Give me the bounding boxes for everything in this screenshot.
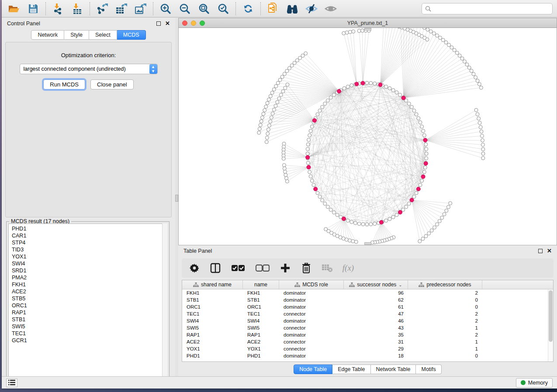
table-cell[interactable]: 2	[408, 290, 482, 296]
network-node[interactable]	[267, 124, 271, 127]
network-node[interactable]	[424, 234, 428, 238]
network-node[interactable]	[470, 69, 473, 72]
table-cell[interactable]: SWI4	[182, 318, 243, 323]
mcds-list-scrollbar[interactable]	[162, 224, 167, 382]
table-cell[interactable]: 1	[408, 339, 482, 344]
network-node[interactable]	[281, 89, 285, 93]
close-panel-icon[interactable]: ✕	[165, 21, 170, 26]
network-node[interactable]	[352, 30, 355, 33]
table-cell[interactable]: ACE2	[182, 339, 243, 344]
network-node[interactable]	[481, 138, 484, 142]
network-node[interactable]	[316, 113, 319, 116]
import-table-icon[interactable]	[71, 3, 83, 15]
mcds-result-item[interactable]: SWI5	[12, 323, 167, 330]
zoom-out-icon[interactable]	[179, 3, 191, 15]
network-node[interactable]	[420, 125, 424, 128]
network-node[interactable]	[321, 199, 324, 202]
network-node[interactable]	[274, 104, 277, 108]
table-row[interactable]: YOX1YOX1connector291	[182, 345, 553, 352]
network-node[interactable]	[332, 211, 336, 214]
network-node[interactable]	[306, 152, 309, 155]
network-node[interactable]	[440, 216, 444, 220]
network-node[interactable]	[290, 64, 294, 67]
network-node[interactable]	[391, 215, 395, 219]
network-node[interactable]	[435, 34, 439, 37]
network-node[interactable]	[282, 157, 285, 160]
table-cell[interactable]: STB1	[182, 297, 243, 303]
table-row[interactable]: ACE2ACE2connector311	[182, 338, 553, 345]
table-cell[interactable]: dominator	[279, 332, 344, 337]
network-node[interactable]	[412, 109, 416, 112]
vertical-splitter[interactable]	[175, 18, 178, 376]
network-node[interactable]	[361, 223, 365, 226]
network-node[interactable]	[326, 205, 329, 209]
table-cell[interactable]: ORC1	[243, 304, 279, 309]
network-node[interactable]	[430, 229, 433, 232]
network-node[interactable]	[357, 222, 361, 226]
network-node[interactable]	[444, 41, 448, 44]
close-table-panel-icon[interactable]: ✕	[547, 249, 552, 253]
network-node[interactable]	[472, 72, 475, 76]
network-node[interactable]	[388, 217, 391, 221]
hide-eye-icon[interactable]	[305, 3, 318, 15]
table-row[interactable]: STB1STB1dominator620	[182, 296, 553, 303]
criterion-dropdown[interactable]: largest connected component (undirected)…	[20, 64, 158, 74]
table-cell[interactable]: TEC1	[182, 311, 243, 316]
network-node[interactable]	[438, 36, 442, 39]
network-graph[interactable]	[179, 28, 557, 245]
table-cell[interactable]: RAP1	[182, 332, 243, 337]
float-table-panel-icon[interactable]	[538, 249, 543, 253]
network-node[interactable]	[447, 43, 451, 47]
column-header-successor-nodes[interactable]: successor nodes ⌄	[344, 280, 408, 289]
delete-column-trash-icon[interactable]	[301, 262, 312, 274]
network-node[interactable]	[285, 69, 289, 73]
network-node[interactable]	[350, 84, 353, 87]
network-node[interactable]	[415, 113, 418, 116]
network-node[interactable]	[467, 66, 471, 69]
network-node[interactable]	[429, 30, 432, 33]
network-node[interactable]	[388, 86, 391, 90]
column-header-mcds-role[interactable]: MCDS role	[279, 280, 344, 289]
tab-edge-table[interactable]: Edge Table	[332, 364, 370, 374]
network-node[interactable]	[262, 112, 265, 116]
table-cell[interactable]: dominator	[279, 290, 344, 296]
network-node[interactable]	[410, 105, 413, 109]
mcds-result-item[interactable]: GCR1	[12, 337, 167, 344]
network-node[interactable]	[308, 134, 311, 137]
network-node[interactable]	[425, 147, 428, 151]
network-node[interactable]	[465, 63, 469, 66]
table-cell[interactable]: YOX1	[243, 346, 279, 351]
table-cell[interactable]: connector	[279, 325, 344, 330]
mcds-hub-node[interactable]	[361, 81, 365, 85]
network-node[interactable]	[284, 86, 287, 89]
network-node[interactable]	[280, 75, 284, 79]
network-node[interactable]	[425, 152, 428, 155]
mcds-result-item[interactable]: SRD1	[12, 267, 167, 274]
table-cell[interactable]: PHD1	[243, 353, 279, 358]
table-cell[interactable]: 18	[344, 353, 408, 358]
network-node[interactable]	[267, 98, 270, 101]
table-cell[interactable]: PHD1	[182, 353, 243, 358]
table-row[interactable]: SWI5SWI5connector431	[182, 324, 553, 331]
network-node[interactable]	[265, 136, 269, 140]
table-cell[interactable]: FKH1	[243, 290, 279, 296]
network-node[interactable]	[480, 130, 483, 133]
network-node[interactable]	[266, 101, 269, 105]
select-all-rows-icon[interactable]	[231, 262, 246, 274]
network-node[interactable]	[286, 83, 289, 86]
network-node[interactable]	[373, 222, 377, 226]
mcds-result-item[interactable]: CAR1	[12, 232, 167, 239]
network-node[interactable]	[323, 202, 327, 206]
network-node[interactable]	[258, 127, 261, 131]
network-node[interactable]	[345, 31, 349, 34]
tab-network-table[interactable]: Network Table	[371, 364, 416, 374]
network-node[interactable]	[276, 81, 280, 85]
mcds-result-item[interactable]: YOX1	[12, 253, 167, 260]
table-cell[interactable]: 2	[408, 318, 482, 323]
network-node[interactable]	[438, 219, 441, 223]
column-header-predecessor-nodes[interactable]: predecessor nodes	[408, 280, 482, 289]
network-node[interactable]	[481, 156, 485, 160]
network-node[interactable]	[348, 239, 352, 242]
refresh-icon[interactable]	[242, 3, 254, 15]
network-node[interactable]	[395, 91, 398, 94]
